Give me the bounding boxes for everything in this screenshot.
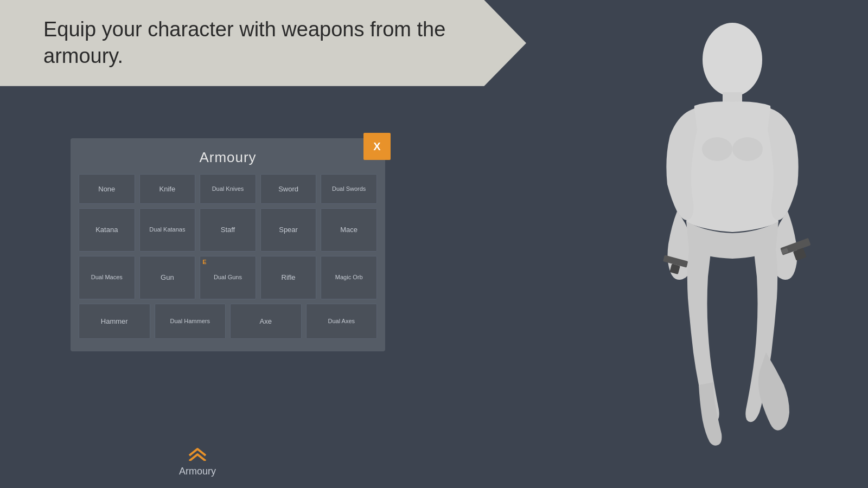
weapon-row-1: Katana Dual Katanas Staff Spear Mace	[79, 208, 377, 252]
weapon-label: Mace	[340, 226, 358, 234]
weapon-row-3: Hammer Dual Hammers Axe Dual Axes	[79, 304, 377, 339]
weapon-cell-rifle[interactable]: Rifle	[260, 256, 317, 299]
weapon-cell-magic-orb[interactable]: Magic Orb	[321, 256, 377, 299]
instruction-text: Equip your character with weapons from t…	[43, 16, 461, 70]
weapon-label: Dual Hammers	[170, 318, 210, 325]
weapon-row-0: None Knife Dual Knives Sword Dual Swords	[79, 174, 377, 204]
weapon-label: Dual Maces	[91, 274, 123, 281]
character-figure	[629, 16, 835, 461]
weapon-label: Rifle	[282, 273, 296, 282]
weapon-grid: None Knife Dual Knives Sword Dual Swords…	[71, 171, 385, 351]
weapon-cell-dual-hammers[interactable]: Dual Hammers	[155, 304, 226, 339]
modal-title: Armoury	[199, 149, 256, 165]
armoury-nav-label: Armoury	[179, 466, 216, 477]
weapon-label: Hammer	[101, 317, 128, 326]
modal-header: Armoury X	[71, 138, 385, 171]
svg-point-8	[732, 137, 763, 161]
armoury-nav-icon	[187, 445, 208, 464]
weapon-cell-dual-guns[interactable]: E Dual Guns	[200, 256, 256, 299]
weapon-cell-dual-maces[interactable]: Dual Maces	[79, 256, 135, 299]
weapon-label: Knife	[159, 185, 176, 194]
svg-point-7	[702, 137, 732, 161]
weapon-cell-dual-swords[interactable]: Dual Swords	[321, 174, 377, 204]
equip-badge: E	[202, 259, 206, 265]
weapon-cell-gun[interactable]: Gun	[139, 256, 196, 299]
close-button[interactable]: X	[363, 133, 391, 160]
svg-point-0	[703, 23, 762, 97]
weapon-cell-dual-knives[interactable]: Dual Knives	[200, 174, 256, 204]
weapon-label: Dual Guns	[214, 274, 242, 281]
weapon-cell-spear[interactable]: Spear	[260, 208, 317, 252]
weapon-cell-none[interactable]: None	[79, 174, 135, 204]
weapon-cell-knife[interactable]: Knife	[139, 174, 196, 204]
weapon-row-2: Dual Maces Gun E Dual Guns Rifle Magic O…	[79, 256, 377, 299]
weapon-label: None	[98, 185, 115, 194]
weapon-label: Magic Orb	[335, 274, 363, 281]
armoury-modal: Armoury X None Knife Dual Knives Sword D…	[71, 138, 385, 351]
weapon-label: Katana	[95, 226, 118, 234]
weapon-label: Spear	[279, 226, 298, 234]
weapon-label: Staff	[221, 226, 235, 234]
weapon-cell-sword[interactable]: Sword	[260, 174, 317, 204]
weapon-cell-dual-axes[interactable]: Dual Axes	[306, 304, 378, 339]
weapon-label: Dual Knives	[212, 185, 244, 192]
weapon-cell-staff[interactable]: Staff	[200, 208, 256, 252]
weapon-cell-axe[interactable]: Axe	[230, 304, 302, 339]
bottom-nav[interactable]: Armoury	[179, 445, 216, 477]
weapon-label: Dual Katanas	[149, 226, 185, 233]
weapon-label: Axe	[260, 317, 272, 326]
instruction-banner: Equip your character with weapons from t…	[0, 0, 526, 86]
weapon-label: Sword	[278, 185, 298, 194]
character-area	[488, 0, 868, 488]
weapon-cell-hammer[interactable]: Hammer	[79, 304, 150, 339]
weapon-label: Dual Swords	[332, 185, 366, 192]
weapon-cell-katana[interactable]: Katana	[79, 208, 135, 252]
weapon-label: Gun	[161, 273, 174, 282]
weapon-cell-mace[interactable]: Mace	[321, 208, 377, 252]
weapon-cell-dual-katanas[interactable]: Dual Katanas	[139, 208, 196, 252]
weapon-label: Dual Axes	[328, 318, 355, 325]
